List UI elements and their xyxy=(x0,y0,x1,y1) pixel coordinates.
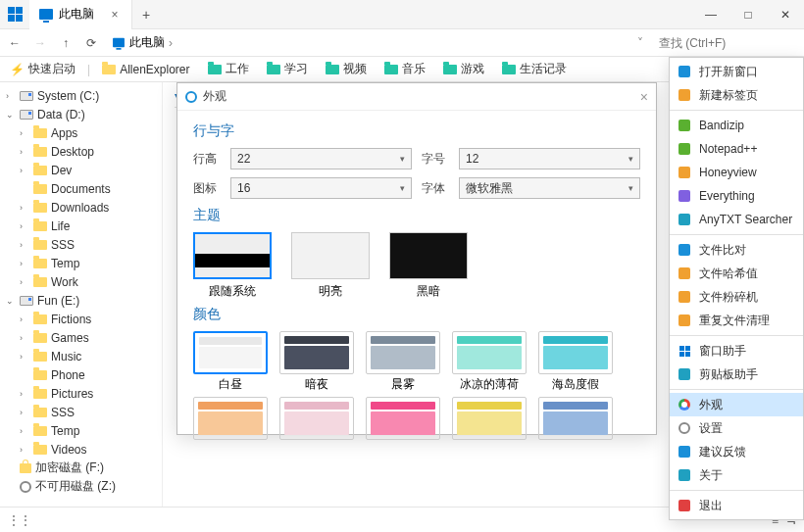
theme-option[interactable]: 跟随系统 xyxy=(193,232,272,300)
color-option[interactable] xyxy=(279,397,354,442)
toolbar-folder[interactable]: AllenExplorer xyxy=(98,61,193,77)
toolbar-label: AllenExplorer xyxy=(120,63,189,76)
tree-item[interactable]: ›Apps xyxy=(0,123,162,142)
folder-icon xyxy=(33,221,47,231)
folder-icon xyxy=(33,203,47,213)
menu-item-icon xyxy=(678,398,691,411)
color-thumb xyxy=(193,331,268,374)
tab-add-button[interactable]: + xyxy=(132,7,160,23)
menu-item[interactable]: Notepad++ xyxy=(670,137,803,161)
tree-item[interactable]: ›Work xyxy=(0,272,162,291)
tree-item[interactable]: Documents xyxy=(0,179,162,198)
toolbar-folder[interactable]: 游戏 xyxy=(439,61,488,77)
menu-item-icon xyxy=(678,367,691,381)
tree-item[interactable]: ›Fictions xyxy=(0,310,162,328)
color-option[interactable]: 晨雾 xyxy=(366,331,440,393)
menu-item[interactable]: 文件粉碎机 xyxy=(670,285,803,309)
color-option[interactable] xyxy=(193,397,268,442)
color-thumb xyxy=(193,397,268,440)
chevron-down-icon: ▾ xyxy=(400,154,405,164)
tree-item[interactable]: ›Videos xyxy=(0,440,162,459)
tree-item[interactable]: ›Temp xyxy=(0,421,162,440)
tree-item[interactable]: ›Life xyxy=(0,217,162,235)
menu-item-label: AnyTXT Searcher xyxy=(699,213,792,226)
folder-icon xyxy=(33,166,47,175)
font-size-select[interactable]: 12▾ xyxy=(459,148,640,169)
tree-arrow-icon: › xyxy=(20,166,29,175)
menu-item[interactable]: AnyTXT Searcher xyxy=(670,208,803,231)
toolbar-folder[interactable]: 音乐 xyxy=(380,61,429,77)
tab-this-pc[interactable]: 此电脑 × xyxy=(29,0,132,29)
window-close[interactable]: ✕ xyxy=(767,0,804,29)
status-icon[interactable]: ⋮⋮ xyxy=(8,513,31,527)
menu-item[interactable]: Honeyview xyxy=(670,161,803,184)
menu-item[interactable]: 打开新窗口 xyxy=(670,60,803,83)
tree-item[interactable]: 不可用磁盘 (Z:) xyxy=(0,477,162,496)
menu-item[interactable]: 新建标签页 xyxy=(670,83,803,107)
dialog-close[interactable]: × xyxy=(640,89,648,105)
tab-close-icon[interactable]: × xyxy=(108,8,122,22)
color-option[interactable]: 白昼 xyxy=(193,331,268,393)
color-option[interactable] xyxy=(538,397,613,442)
menu-item[interactable]: 窗口助手 xyxy=(670,339,803,363)
quick-launch[interactable]: ⚡ 快速启动 xyxy=(6,61,79,77)
menu-item-label: 新建标签页 xyxy=(699,87,758,104)
menu-item-label: 文件粉碎机 xyxy=(699,289,758,306)
tree-item[interactable]: ›Music xyxy=(0,347,162,365)
tree-item[interactable]: ›Downloads xyxy=(0,198,162,217)
theme-thumb xyxy=(389,232,468,279)
tree-item[interactable]: ›SSS xyxy=(0,235,162,254)
windows-logo[interactable] xyxy=(0,0,29,29)
tree-item[interactable]: ›Pictures xyxy=(0,384,162,403)
tree-item[interactable]: 加密磁盘 (F:) xyxy=(0,459,162,477)
tree-item[interactable]: ›System (C:) xyxy=(0,86,162,105)
icon-size-select[interactable]: 16▾ xyxy=(230,177,412,199)
nav-forward[interactable]: → xyxy=(29,32,51,54)
window-minimize[interactable]: — xyxy=(692,0,729,29)
tree-item[interactable]: ⌄Data (D:) xyxy=(0,105,162,123)
menu-item[interactable]: 外观 xyxy=(670,393,803,416)
tree-item[interactable]: ›Temp xyxy=(0,254,162,272)
menu-item[interactable]: Everything xyxy=(670,184,803,208)
font-family-select[interactable]: 微软雅黑▾ xyxy=(459,177,640,199)
toolbar-folder[interactable]: 生活记录 xyxy=(498,61,571,77)
row-height-select[interactable]: 22▾ xyxy=(230,148,412,169)
theme-option[interactable]: 黑暗 xyxy=(389,232,468,300)
window-maximize[interactable]: □ xyxy=(729,0,767,29)
menu-item-icon xyxy=(678,142,691,156)
menu-item[interactable]: Bandizip xyxy=(670,114,803,137)
tree-item[interactable]: ›Desktop xyxy=(0,142,162,161)
nav-dropdown[interactable]: ˅ xyxy=(631,36,649,50)
quick-label: 快速启动 xyxy=(28,61,75,77)
tree-item[interactable]: ›SSS xyxy=(0,403,162,421)
toolbar-folder[interactable]: 工作 xyxy=(204,61,253,77)
color-label: 暗夜 xyxy=(279,376,354,393)
color-option[interactable]: 海岛度假 xyxy=(538,331,613,393)
tree-item[interactable]: ⌄Fun (E:) xyxy=(0,291,162,310)
theme-option[interactable]: 明亮 xyxy=(291,232,370,300)
tree-item[interactable]: ›Dev xyxy=(0,161,162,179)
color-option[interactable]: 冰凉的薄荷 xyxy=(452,331,527,393)
tree-item[interactable]: Phone xyxy=(0,365,162,384)
menu-item[interactable]: 关于 xyxy=(670,463,803,487)
toolbar-folder[interactable]: 视频 xyxy=(322,61,371,77)
folder-icon xyxy=(33,314,47,324)
menu-item[interactable]: 建议反馈 xyxy=(670,440,803,463)
nav-up[interactable]: ↑ xyxy=(55,32,76,54)
menu-item[interactable]: 设置 xyxy=(670,416,803,440)
search-input[interactable] xyxy=(653,33,800,53)
nav-back[interactable]: ← xyxy=(4,32,25,54)
color-option[interactable] xyxy=(452,397,527,442)
color-option[interactable]: 暗夜 xyxy=(279,331,354,393)
tree-item[interactable]: ›Games xyxy=(0,328,162,347)
toolbar-folder[interactable]: 学习 xyxy=(263,61,312,77)
menu-item[interactable]: 文件哈希值 xyxy=(670,262,803,285)
color-option[interactable] xyxy=(366,397,440,442)
menu-item[interactable]: 退出 xyxy=(670,494,803,517)
breadcrumb[interactable]: 此电脑 › xyxy=(106,34,178,51)
menu-item-icon xyxy=(678,88,691,102)
nav-refresh[interactable]: ⟳ xyxy=(80,32,102,54)
menu-item[interactable]: 重复文件清理 xyxy=(670,309,803,332)
menu-item[interactable]: 剪贴板助手 xyxy=(670,363,803,386)
menu-item[interactable]: 文件比对 xyxy=(670,238,803,262)
